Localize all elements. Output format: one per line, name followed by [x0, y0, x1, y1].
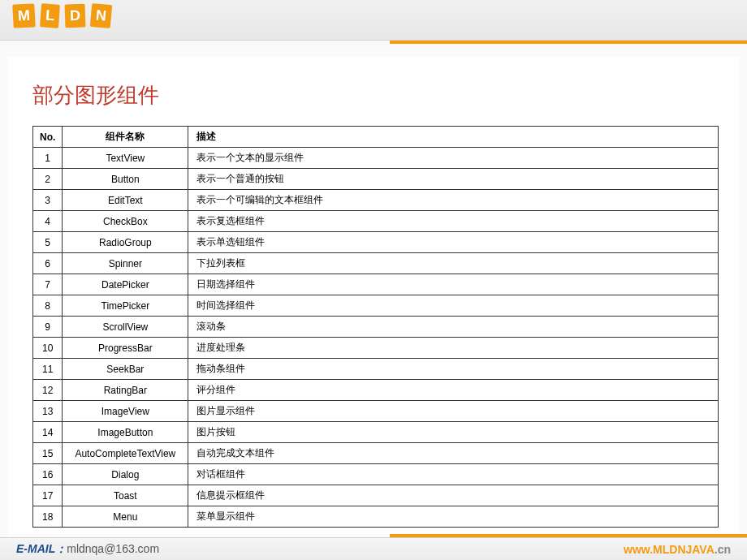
cell-name: TimePicker	[63, 295, 188, 317]
cell-name: Toast	[63, 485, 188, 506]
footer-bar: E-MAIL：mldnqa@163.com www.MLDNJAVA.cn	[0, 537, 747, 560]
table-row: 7DatePicker日期选择组件	[33, 274, 719, 295]
cell-name: TextView	[63, 148, 188, 169]
components-table: No. 组件名称 描述 1TextView表示一个文本的显示组件2Button表…	[32, 126, 719, 528]
table-row: 3EditText表示一个可编辑的文本框组件	[33, 190, 719, 211]
cell-no: 18	[33, 506, 63, 528]
table-row: 15AutoCompleteTextView自动完成文本组件	[33, 443, 719, 464]
table-row: 16Dialog对话框组件	[33, 464, 719, 485]
cell-desc: 信息提示框组件	[188, 485, 719, 506]
cell-desc: 表示一个文本的显示组件	[188, 148, 719, 169]
cell-desc: 自动完成文本组件	[188, 443, 719, 464]
cell-desc: 表示一个普通的按钮	[188, 169, 719, 190]
url-suffix: .cn	[715, 543, 731, 556]
email-value: mldnqa@163.com	[67, 542, 159, 555]
url-domain: MLDNJAVA	[653, 543, 715, 556]
table-row: 4CheckBox表示复选框组件	[33, 211, 719, 232]
cell-name: ScrollView	[63, 317, 188, 338]
table-row: 1TextView表示一个文本的显示组件	[33, 148, 719, 169]
cell-desc: 对话框组件	[188, 464, 719, 485]
cell-no: 4	[33, 211, 63, 232]
logo-letter: L	[40, 3, 60, 28]
cell-desc: 拖动条组件	[188, 359, 719, 380]
cell-desc: 图片显示组件	[188, 401, 719, 422]
table-row: 12RatingBar评分组件	[33, 380, 719, 401]
cell-no: 3	[33, 190, 63, 211]
cell-no: 11	[33, 359, 63, 380]
cell-desc: 滚动条	[188, 317, 719, 338]
cell-desc: 图片按钮	[188, 422, 719, 443]
cell-desc: 菜单显示组件	[188, 506, 719, 528]
cell-no: 6	[33, 253, 63, 274]
table-row: 18Menu菜单显示组件	[33, 506, 719, 528]
cell-no: 15	[33, 443, 63, 464]
table-row: 9ScrollView滚动条	[33, 317, 719, 338]
cell-name: RadioGroup	[63, 232, 188, 253]
cell-desc: 时间选择组件	[188, 295, 719, 317]
cell-desc: 表示一个可编辑的文本框组件	[188, 190, 719, 211]
email-label: E-MAIL：	[16, 542, 67, 555]
top-bar: M L D N	[0, 0, 747, 41]
logo-letter: N	[90, 3, 112, 28]
page-title: 部分图形组件	[32, 81, 715, 110]
cell-desc: 表示单选钮组件	[188, 232, 719, 253]
cell-name: SeekBar	[63, 359, 188, 380]
table-row: 17Toast信息提示框组件	[33, 485, 719, 506]
table-row: 10ProgressBar进度处理条	[33, 338, 719, 359]
cell-name: DatePicker	[63, 274, 188, 295]
logo: M L D N	[12, 4, 112, 28]
cell-no: 16	[33, 464, 63, 485]
cell-no: 14	[33, 422, 63, 443]
cell-no: 1	[33, 148, 63, 169]
cell-no: 5	[33, 232, 63, 253]
cell-desc: 表示复选框组件	[188, 211, 719, 232]
cell-name: RatingBar	[63, 380, 188, 401]
cell-name: Dialog	[63, 464, 188, 485]
cell-name: EditText	[63, 190, 188, 211]
cell-name: Menu	[63, 506, 188, 528]
cell-name: Button	[63, 169, 188, 190]
cell-desc: 评分组件	[188, 380, 719, 401]
cell-name: ImageButton	[63, 422, 188, 443]
cell-no: 7	[33, 274, 63, 295]
cell-no: 10	[33, 338, 63, 359]
cell-no: 12	[33, 380, 63, 401]
header-no: No.	[33, 127, 63, 148]
cell-name: ImageView	[63, 401, 188, 422]
cell-name: AutoCompleteTextView	[63, 443, 188, 464]
url-prefix: www.	[624, 543, 653, 556]
content-area: 部分图形组件 No. 组件名称 描述 1TextView表示一个文本的显示组件2…	[8, 57, 739, 536]
cell-desc: 下拉列表框	[188, 253, 719, 274]
cell-name: ProgressBar	[63, 338, 188, 359]
logo-letter: M	[12, 3, 35, 28]
accent-bar-top	[390, 41, 747, 44]
table-row: 8TimePicker时间选择组件	[33, 295, 719, 317]
cell-desc: 进度处理条	[188, 338, 719, 359]
header-name: 组件名称	[63, 127, 188, 148]
table-row: 2Button表示一个普通的按钮	[33, 169, 719, 190]
cell-no: 9	[33, 317, 63, 338]
logo-letter: D	[65, 4, 86, 28]
cell-name: Spinner	[63, 253, 188, 274]
table-row: 14ImageButton图片按钮	[33, 422, 719, 443]
table-row: 13ImageView图片显示组件	[33, 401, 719, 422]
footer-url: www.MLDNJAVA.cn	[624, 543, 731, 556]
table-header-row: No. 组件名称 描述	[33, 127, 719, 148]
cell-desc: 日期选择组件	[188, 274, 719, 295]
cell-no: 2	[33, 169, 63, 190]
table-row: 11SeekBar拖动条组件	[33, 359, 719, 380]
cell-no: 17	[33, 485, 63, 506]
cell-no: 8	[33, 295, 63, 317]
header-desc: 描述	[188, 127, 719, 148]
footer-email: E-MAIL：mldnqa@163.com	[16, 542, 159, 557]
table-row: 6Spinner下拉列表框	[33, 253, 719, 274]
cell-no: 13	[33, 401, 63, 422]
table-row: 5RadioGroup表示单选钮组件	[33, 232, 719, 253]
cell-name: CheckBox	[63, 211, 188, 232]
